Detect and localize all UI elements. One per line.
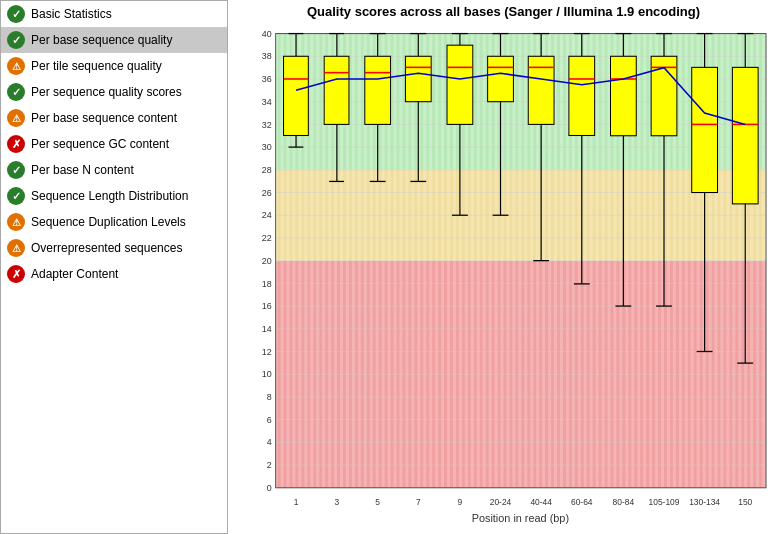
green-status-icon: ✓ xyxy=(7,5,25,23)
svg-text:20-24: 20-24 xyxy=(490,496,512,506)
sidebar-item-label-sequence-duplication-levels: Sequence Duplication Levels xyxy=(31,215,186,229)
sidebar-item-per-base-sequence-quality[interactable]: ✓Per base sequence quality xyxy=(1,27,227,53)
sidebar-item-sequence-duplication-levels[interactable]: ⚠Sequence Duplication Levels xyxy=(1,209,227,235)
sidebar-item-per-sequence-gc-content[interactable]: ✗Per sequence GC content xyxy=(1,131,227,157)
svg-text:2: 2 xyxy=(267,460,272,470)
svg-rect-71 xyxy=(447,45,473,124)
svg-text:18: 18 xyxy=(262,278,272,288)
svg-text:20: 20 xyxy=(262,256,272,266)
sidebar-item-label-per-base-n-content: Per base N content xyxy=(31,163,134,177)
svg-text:0: 0 xyxy=(267,483,272,493)
svg-text:32: 32 xyxy=(262,119,272,129)
orange-status-icon: ⚠ xyxy=(7,109,25,127)
svg-text:8: 8 xyxy=(267,392,272,402)
svg-text:4: 4 xyxy=(267,437,272,447)
svg-text:38: 38 xyxy=(262,51,272,61)
chart-title: Quality scores across all bases (Sanger … xyxy=(236,4,771,19)
svg-text:1: 1 xyxy=(294,496,299,506)
green-status-icon: ✓ xyxy=(7,31,25,49)
sidebar-item-label-sequence-length-distribution: Sequence Length Distribution xyxy=(31,189,188,203)
chart-container: 0 2 4 6 8 10 12 14 16 18 20 22 24 26 28 … xyxy=(236,23,771,530)
sidebar-item-label-per-sequence-quality-scores: Per sequence quality scores xyxy=(31,85,182,99)
red-status-icon: ✗ xyxy=(7,135,25,153)
svg-text:150: 150 xyxy=(738,496,752,506)
svg-text:10: 10 xyxy=(262,369,272,379)
sidebar-item-overrepresented-sequences[interactable]: ⚠Overrepresented sequences xyxy=(1,235,227,261)
sidebar-item-sequence-length-distribution[interactable]: ✓Sequence Length Distribution xyxy=(1,183,227,209)
red-status-icon: ✗ xyxy=(7,265,25,283)
sidebar-item-per-base-n-content[interactable]: ✓Per base N content xyxy=(1,157,227,183)
sidebar-item-label-per-base-sequence-content: Per base sequence content xyxy=(31,111,177,125)
sidebar-item-label-per-base-sequence-quality: Per base sequence quality xyxy=(31,33,172,47)
svg-text:22: 22 xyxy=(262,233,272,243)
sidebar-item-label-per-tile-sequence-quality: Per tile sequence quality xyxy=(31,59,162,73)
svg-rect-91 xyxy=(611,56,637,135)
svg-rect-81 xyxy=(528,56,554,124)
y-axis-labels: 0 2 4 6 8 10 12 14 16 18 20 22 24 26 28 … xyxy=(262,28,272,493)
sidebar-item-label-overrepresented-sequences: Overrepresented sequences xyxy=(31,241,182,255)
sidebar-item-label-basic-statistics: Basic Statistics xyxy=(31,7,112,21)
svg-text:130-134: 130-134 xyxy=(689,496,720,506)
sidebar-item-per-tile-sequence-quality[interactable]: ⚠Per tile sequence quality xyxy=(1,53,227,79)
svg-rect-106 xyxy=(732,67,758,204)
svg-text:12: 12 xyxy=(262,346,272,356)
svg-text:60-64: 60-64 xyxy=(571,496,593,506)
svg-text:36: 36 xyxy=(262,74,272,84)
svg-text:80-84: 80-84 xyxy=(613,496,635,506)
svg-rect-51 xyxy=(284,56,309,135)
svg-text:30: 30 xyxy=(262,142,272,152)
svg-text:40: 40 xyxy=(262,28,272,38)
svg-rect-61 xyxy=(365,56,391,124)
svg-text:5: 5 xyxy=(375,496,380,506)
sidebar-item-label-per-sequence-gc-content: Per sequence GC content xyxy=(31,137,169,151)
orange-status-icon: ⚠ xyxy=(7,239,25,257)
main-content: Quality scores across all bases (Sanger … xyxy=(228,0,779,534)
orange-status-icon: ⚠ xyxy=(7,213,25,231)
svg-text:9: 9 xyxy=(458,496,463,506)
svg-text:26: 26 xyxy=(262,187,272,197)
svg-text:105-109: 105-109 xyxy=(649,496,680,506)
svg-text:24: 24 xyxy=(262,210,272,220)
sidebar-item-basic-statistics[interactable]: ✓Basic Statistics xyxy=(1,1,227,27)
svg-rect-66 xyxy=(405,56,431,101)
svg-rect-76 xyxy=(488,56,514,101)
svg-text:40-44: 40-44 xyxy=(530,496,552,506)
sidebar: ✓Basic Statistics✓Per base sequence qual… xyxy=(0,0,228,534)
svg-text:28: 28 xyxy=(262,165,272,175)
svg-rect-86 xyxy=(569,56,595,135)
sidebar-item-adapter-content[interactable]: ✗Adapter Content xyxy=(1,261,227,287)
svg-text:16: 16 xyxy=(262,301,272,311)
svg-text:6: 6 xyxy=(267,415,272,425)
svg-text:7: 7 xyxy=(416,496,421,506)
x-axis-labels: 1 3 5 7 9 20-24 40-44 60-64 80-84 105-10… xyxy=(294,496,753,506)
quality-chart: 0 2 4 6 8 10 12 14 16 18 20 22 24 26 28 … xyxy=(236,23,771,530)
green-status-icon: ✓ xyxy=(7,83,25,101)
svg-text:3: 3 xyxy=(335,496,340,506)
green-status-icon: ✓ xyxy=(7,161,25,179)
sidebar-item-per-base-sequence-content[interactable]: ⚠Per base sequence content xyxy=(1,105,227,131)
green-status-icon: ✓ xyxy=(7,187,25,205)
orange-status-icon: ⚠ xyxy=(7,57,25,75)
sidebar-item-label-adapter-content: Adapter Content xyxy=(31,267,118,281)
svg-rect-101 xyxy=(692,67,718,192)
svg-text:14: 14 xyxy=(262,324,272,334)
svg-rect-56 xyxy=(324,56,349,124)
svg-text:34: 34 xyxy=(262,97,272,107)
x-axis-title: Position in read (bp) xyxy=(472,511,570,523)
sidebar-item-per-sequence-quality-scores[interactable]: ✓Per sequence quality scores xyxy=(1,79,227,105)
